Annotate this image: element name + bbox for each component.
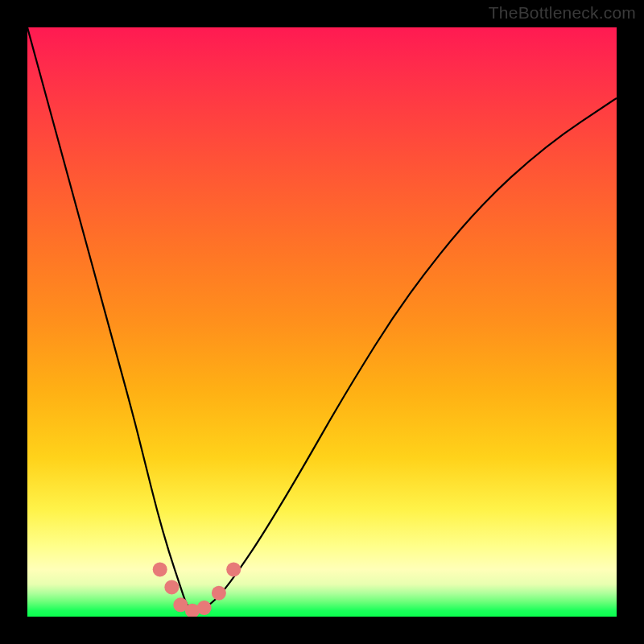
watermark: TheBottleneck.com <box>489 3 636 23</box>
marker-5 <box>197 601 212 615</box>
marker-2 <box>164 580 179 594</box>
chart-frame: TheBottleneck.com <box>0 0 644 644</box>
bottleneck-curve <box>27 27 617 611</box>
plot-area <box>27 27 617 617</box>
curve-svg <box>27 27 617 617</box>
marker-6 <box>212 586 226 601</box>
marker-7 <box>226 562 241 576</box>
marker-1 <box>153 562 167 576</box>
